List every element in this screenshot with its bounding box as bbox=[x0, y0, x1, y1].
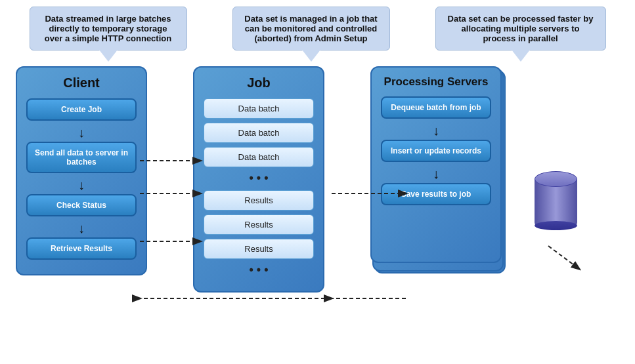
callouts-row: Data streamed in large batches directly … bbox=[7, 7, 628, 51]
check-status-button[interactable]: Check Status bbox=[26, 194, 137, 216]
result-1: Results bbox=[204, 190, 314, 211]
job-panel-title: Job bbox=[204, 75, 314, 91]
diagram: Data streamed in large batches directly … bbox=[0, 0, 635, 364]
db-top bbox=[535, 171, 577, 187]
data-batch-1: Data batch bbox=[204, 98, 314, 119]
callout-job-text: Data set is managed in a job that can be… bbox=[244, 14, 377, 43]
check-status-label: Check Status bbox=[56, 201, 106, 210]
callout-client-text: Data streamed in large batches directly … bbox=[45, 14, 171, 43]
insert-update-label: Insert or update records bbox=[391, 146, 481, 155]
save-results-button[interactable]: Save results to job bbox=[381, 183, 491, 205]
data-batch-2: Data batch bbox=[204, 123, 314, 143]
database-cylinder bbox=[535, 171, 577, 230]
job-panel: Job Data batch Data batch Data batch • •… bbox=[193, 66, 324, 293]
dots-top: • • • bbox=[204, 171, 314, 185]
callout-client: Data streamed in large batches directly … bbox=[30, 7, 187, 51]
retrieve-results-label: Retrieve Results bbox=[51, 244, 112, 253]
db-bottom bbox=[535, 221, 577, 230]
processing-panel: Processing Servers Dequeue batch from jo… bbox=[370, 66, 502, 263]
data-batch-3: Data batch bbox=[204, 147, 314, 167]
create-job-label: Create Job bbox=[61, 105, 102, 114]
dequeue-batch-button[interactable]: Dequeue batch from job bbox=[381, 96, 491, 119]
arrow-down-insert: ↓ bbox=[381, 167, 491, 180]
insert-update-button[interactable]: Insert or update records bbox=[381, 140, 491, 162]
client-panel-title: Client bbox=[26, 75, 137, 91]
arrow-down-dequeue: ↓ bbox=[381, 124, 491, 137]
callout-job: Data set is managed in a job that can be… bbox=[232, 7, 390, 51]
save-results-label: Save results to job bbox=[401, 190, 471, 199]
result-2: Results bbox=[204, 214, 314, 235]
dots-bottom: • • • bbox=[204, 263, 314, 277]
callout-processing: Data set can be processed faster by allo… bbox=[435, 7, 606, 51]
arrow-down-3: ↓ bbox=[26, 222, 137, 235]
arrow-down-1: ↓ bbox=[26, 126, 137, 139]
client-panel: Client Create Job ↓ Send all data to ser… bbox=[16, 66, 147, 275]
send-data-label: Send all data to server in batches bbox=[35, 148, 128, 167]
processing-panel-title: Processing Servers bbox=[381, 75, 491, 89]
result-3: Results bbox=[204, 239, 314, 259]
retrieve-results-button[interactable]: Retrieve Results bbox=[26, 237, 137, 260]
dequeue-batch-label: Dequeue batch from job bbox=[391, 103, 481, 112]
callout-processing-text: Data set can be processed faster by allo… bbox=[448, 14, 594, 43]
create-job-button[interactable]: Create Job bbox=[26, 98, 137, 121]
arrow-down-2: ↓ bbox=[26, 178, 137, 192]
send-data-button[interactable]: Send all data to server in batches bbox=[26, 142, 137, 173]
database-container bbox=[535, 171, 577, 230]
processing-panel-wrapper: Processing Servers Dequeue batch from jo… bbox=[370, 66, 502, 263]
